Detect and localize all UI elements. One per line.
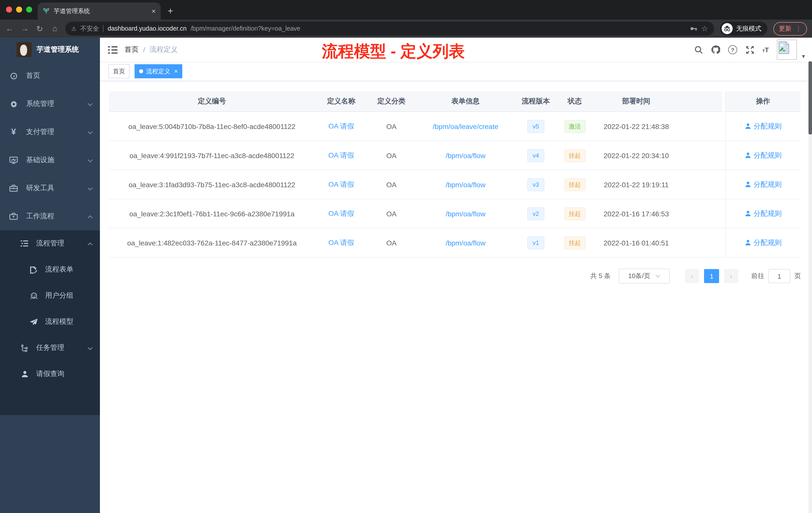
sidebar-item-infrastructure[interactable]: 基础设施 [0, 146, 100, 174]
chrome-update-button[interactable]: 更新 ⋮ [773, 22, 807, 35]
sidebar-item-payment[interactable]: ¥ 支付管理 [0, 118, 100, 146]
next-page-button[interactable]: › [724, 269, 738, 283]
version-badge: v2 [527, 207, 544, 220]
chevron-up-icon [87, 239, 93, 247]
tab-title: 芋道管理系统 [54, 7, 152, 15]
cell-category: OA [368, 170, 415, 199]
form-link[interactable]: /bpm/oa/flow [446, 151, 486, 159]
goto-label: 前往 [751, 272, 764, 280]
page-number-button[interactable]: 1 [704, 269, 719, 283]
status-badge: 挂起 [564, 236, 585, 249]
sidebar-item-system[interactable]: 系统管理 [0, 90, 100, 118]
forward-icon[interactable]: → [20, 24, 29, 33]
tag-close-icon[interactable]: × [174, 68, 178, 75]
definition-name-link[interactable]: OA 请假 [328, 151, 354, 160]
cell-id: oa_leave:2:3c1f0ef1-76b1-11ec-9c66-a2380… [109, 199, 315, 229]
browser-toolbar: ← → ↻ ⌂ ⚠ 不安全 dashboard.yudao.iocoder.cn… [0, 20, 812, 38]
sidebar-item-home[interactable]: 首页 [0, 62, 100, 90]
definition-name-link[interactable]: OA 请假 [328, 209, 354, 218]
page-scrollbar[interactable] [809, 61, 812, 513]
chevron-down-icon [87, 128, 93, 136]
cell-filler [679, 112, 725, 141]
breadcrumb: 首页 / 流程定义 [124, 45, 178, 54]
form-link[interactable]: /bpm/oa/flow [446, 180, 486, 188]
new-tab-button[interactable]: + [168, 6, 173, 17]
version-badge: v5 [527, 120, 544, 133]
select-caret-icon [655, 275, 660, 278]
sidebar-item-user-group[interactable]: 用户分组 [0, 282, 100, 309]
sidebar: 芋道管理系统 首页 系统管理 ¥ 支付管理 [0, 38, 100, 513]
fullscreen-icon[interactable] [745, 45, 754, 54]
favicon-seedling-icon [43, 7, 50, 15]
list-tree-icon [20, 240, 29, 247]
breadcrumb-current: 流程定义 [150, 45, 178, 54]
cell-filler [679, 199, 725, 229]
help-icon[interactable]: ? [728, 45, 737, 54]
toolbox-icon [9, 184, 18, 192]
bookmark-star-icon[interactable]: ☆ [701, 24, 708, 33]
url-path: /bpm/manager/definition?key=oa_leave [191, 25, 300, 32]
update-label: 更新 [779, 24, 791, 33]
form-link[interactable]: /bpm/oa/flow [446, 239, 486, 247]
prev-page-button[interactable]: ‹ [685, 269, 699, 283]
status-badge: 挂起 [564, 178, 585, 191]
security-label[interactable]: 不安全 [80, 24, 99, 33]
navbar: 首页 / 流程定义 流程模型 - 定义列表 ? тT [100, 38, 812, 62]
reload-icon[interactable]: ↻ [35, 24, 44, 33]
form-link[interactable]: /bpm/oa/leave/create [433, 122, 498, 130]
search-icon[interactable] [694, 45, 703, 54]
sidebar-toggle-icon[interactable] [100, 46, 124, 54]
sidebar-item-process-management[interactable]: 流程管理 [0, 231, 100, 256]
pagination-total: 共 5 条 [590, 272, 611, 280]
browser-menu-icon[interactable]: ⋮ [795, 25, 802, 32]
tag-process-definition[interactable]: 流程定义 × [135, 64, 182, 78]
sidebar-logo[interactable]: 芋道管理系统 [0, 38, 100, 62]
window-minimize-button[interactable] [16, 6, 22, 12]
chevron-down-icon [87, 344, 93, 352]
form-link[interactable]: /bpm/oa/flow [446, 210, 486, 218]
security-warning-icon: ⚠ [71, 25, 76, 32]
sidebar-item-workflow[interactable]: 工作流程 [0, 202, 100, 231]
sidebar-item-dev-tools[interactable]: 研发工具 [0, 174, 100, 202]
tab-close-icon[interactable]: × [152, 7, 156, 15]
user-icon [20, 370, 29, 378]
col-header-name: 定义名称 [315, 91, 368, 112]
assign-rule-link[interactable]: 分配规则 [745, 180, 782, 189]
assign-rule-link[interactable]: 分配规则 [745, 151, 782, 160]
assign-rule-link[interactable]: 分配规则 [745, 209, 782, 218]
home-icon[interactable]: ⌂ [50, 24, 59, 33]
browser-tab[interactable]: 芋道管理系统 × [38, 2, 161, 20]
goto-page-input[interactable]: 1 [768, 269, 790, 283]
breadcrumb-home[interactable]: 首页 [124, 45, 139, 54]
org-tree-icon [20, 344, 29, 352]
sidebar-item-leave-query[interactable]: 请假查询 [0, 361, 100, 387]
sidebar-item-task-management[interactable]: 任务管理 [0, 335, 100, 361]
back-icon[interactable]: ← [5, 24, 14, 33]
sidebar-item-process-form[interactable]: 流程表单 [0, 256, 100, 282]
window-close-button[interactable] [6, 6, 12, 12]
window-zoom-button[interactable] [26, 6, 32, 12]
user-menu-caret-icon[interactable]: ▾ [802, 53, 805, 60]
col-header-version: 流程版本 [516, 91, 556, 112]
briefcase-icon [9, 212, 18, 220]
sidebar-item-process-model[interactable]: 流程模型 [0, 309, 100, 335]
page-size-select[interactable]: 10条/页 [619, 269, 670, 283]
font-size-icon[interactable]: тT [762, 46, 769, 54]
password-key-icon[interactable] [689, 25, 697, 33]
red-annotation-text: 流程模型 - 定义列表 [322, 41, 465, 63]
tag-home[interactable]: 首页 [109, 64, 129, 78]
definition-name-link[interactable]: OA 请假 [328, 180, 354, 189]
monitor-icon [9, 156, 18, 164]
address-bar[interactable]: ⚠ 不安全 dashboard.yudao.iocoder.cn/bpm/man… [65, 22, 714, 36]
definition-name-link[interactable]: OA 请假 [328, 122, 354, 131]
assign-rule-link[interactable]: 分配规则 [745, 122, 782, 131]
cell-id: oa_leave:1:482ec033-762a-11ec-8477-a2380… [109, 229, 315, 258]
scrollbar-thumb[interactable] [809, 61, 812, 134]
definition-name-link[interactable]: OA 请假 [328, 238, 354, 247]
github-icon[interactable] [711, 45, 720, 54]
active-tag-dot [139, 69, 143, 73]
col-header-deploy-time: 部署时间 [593, 91, 679, 112]
dashboard-icon [9, 71, 18, 80]
assign-rule-link[interactable]: 分配规则 [745, 238, 782, 247]
avatar[interactable] [777, 40, 797, 60]
